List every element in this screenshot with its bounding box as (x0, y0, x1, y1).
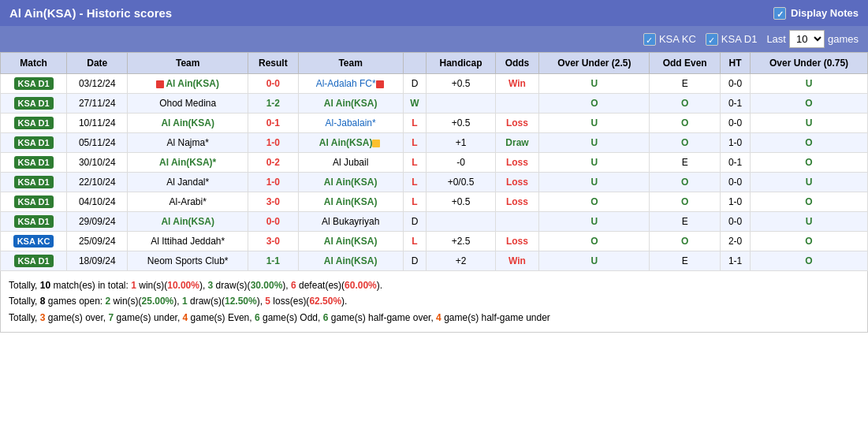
cell-date: 03/12/24 (67, 74, 128, 94)
cell-team1: Al-Arabi* (128, 192, 248, 212)
display-notes-checkmark: ✓ (773, 7, 786, 20)
footnotes: Totally, 10 match(es) in total: 1 win(s)… (0, 271, 868, 333)
games-label: games (828, 33, 859, 45)
cell-team2: Al Ain(KSA) (298, 133, 403, 153)
table-header-row: Match Date Team Result Team Handicap Odd… (1, 53, 868, 74)
cell-handicap: +2.5 (427, 232, 495, 251)
cell-result: 0-0 (248, 74, 298, 94)
col-wdl (403, 53, 427, 74)
yellow-card-icon (372, 140, 380, 147)
last-games-filter: Last 10 5 15 20 25 30 games (766, 30, 859, 48)
ksa-d1-filter[interactable]: ✓ KSA D1 (706, 33, 758, 46)
table-row: KSA D130/10/24Al Ain(KSA)*0-2Al JubailL-… (1, 153, 868, 173)
table-row: KSA D110/11/24Al Ain(KSA)0-1Al-Jabalain*… (1, 114, 868, 133)
cell-team1: Al Ain(KSA) (128, 74, 248, 94)
cell-team1: Al Jandal* (128, 173, 248, 192)
cell-match: KSA D1 (1, 212, 67, 232)
table-row: KSA D122/10/24Al Jandal*1-0Al Ain(KSA)L+… (1, 173, 868, 192)
col-handicap: Handicap (427, 53, 495, 74)
cell-team2: Al Ain(KSA) (298, 232, 403, 251)
cell-ou25: O (539, 232, 650, 251)
cell-ou075: O (751, 192, 868, 212)
cell-ht: 0-0 (721, 212, 751, 232)
ksa-kc-filter[interactable]: ✓ KSA KC (643, 33, 696, 46)
page-title: Al Ain(KSA) - Historic scores (9, 6, 172, 20)
cell-handicap (427, 212, 495, 232)
cell-odds (495, 212, 539, 232)
cell-ou075: O (751, 251, 868, 271)
col-date: Date (67, 53, 128, 74)
cell-handicap: -0 (427, 153, 495, 173)
cell-handicap: +1 (427, 133, 495, 153)
cell-match: KSA D1 (1, 133, 67, 153)
cell-wdl: D (403, 251, 427, 271)
cell-ou075: O (751, 133, 868, 153)
cell-ht: 0-1 (721, 153, 751, 173)
ksa-d1-checkbox[interactable]: ✓ (706, 33, 718, 46)
cell-oe: E (650, 74, 721, 94)
cell-date: 27/11/24 (67, 94, 128, 114)
cell-result: 1-0 (248, 133, 298, 153)
footnote-line: Totally, 10 match(es) in total: 1 win(s)… (9, 277, 859, 293)
cell-date: 04/10/24 (67, 192, 128, 212)
cell-match: KSA KC (1, 232, 67, 251)
col-oe: Odd Even (650, 53, 721, 74)
cell-match: KSA D1 (1, 94, 67, 114)
cell-ou075: U (751, 212, 868, 232)
cell-oe: E (650, 153, 721, 173)
cell-match: KSA D1 (1, 192, 67, 212)
cell-team2: Al Ain(KSA) (298, 251, 403, 271)
cell-date: 10/11/24 (67, 114, 128, 133)
cell-result: 1-1 (248, 251, 298, 271)
cell-wdl: D (403, 212, 427, 232)
cell-wdl: L (403, 114, 427, 133)
cell-date: 22/10/24 (67, 173, 128, 192)
cell-odds: Draw (495, 133, 539, 153)
cell-ht: 2-0 (721, 232, 751, 251)
cell-odds: Loss (495, 173, 539, 192)
last-games-select[interactable]: 10 5 15 20 25 30 (789, 30, 825, 48)
cell-team2: Al Jubail (298, 153, 403, 173)
col-team2: Team (298, 53, 403, 74)
footnote-line: Totally, 8 games open: 2 win(s)(25.00%),… (9, 293, 859, 309)
header: Al Ain(KSA) - Historic scores ✓ Display … (0, 0, 868, 52)
cell-odds: Win (495, 74, 539, 94)
cell-oe: O (650, 133, 721, 153)
cell-ht: 0-0 (721, 173, 751, 192)
cell-handicap: +0.5 (427, 114, 495, 133)
ksa-kc-checkbox[interactable]: ✓ (643, 33, 656, 46)
cell-handicap (427, 94, 495, 114)
cell-match: KSA D1 (1, 153, 67, 173)
cell-ht: 0-0 (721, 114, 751, 133)
cell-ou075: U (751, 114, 868, 133)
cell-date: 30/10/24 (67, 153, 128, 173)
cell-wdl: L (403, 173, 427, 192)
red-card-icon (376, 80, 384, 88)
cell-team1: Ohod Medina (128, 94, 248, 114)
cell-team1: Al Ain(KSA) (128, 212, 248, 232)
cell-team1: Neom Sports Club* (128, 251, 248, 271)
filters-bar: ✓ KSA KC ✓ KSA D1 Last 10 5 15 20 25 30 … (0, 26, 868, 52)
cell-ou25: U (539, 251, 650, 271)
cell-ou25: U (539, 212, 650, 232)
cell-team2: Al-Adalah FC* (298, 74, 403, 94)
cell-result: 1-2 (248, 94, 298, 114)
cell-ou075: O (751, 232, 868, 251)
cell-handicap: +0.5 (427, 192, 495, 212)
cell-team1: Al Ain(KSA) (128, 114, 248, 133)
cell-date: 29/09/24 (67, 212, 128, 232)
cell-handicap: +2 (427, 251, 495, 271)
col-ou25: Over Under (2.5) (539, 53, 650, 74)
cell-ou25: U (539, 133, 650, 153)
cell-team2: Al Ain(KSA) (298, 173, 403, 192)
red-card-icon (156, 80, 164, 88)
cell-oe: E (650, 251, 721, 271)
cell-match: KSA D1 (1, 251, 67, 271)
cell-odds: Loss (495, 153, 539, 173)
col-result: Result (248, 53, 298, 74)
display-notes-label: Display Notes (791, 7, 859, 19)
col-odds: Odds (495, 53, 539, 74)
cell-ht: 0-1 (721, 94, 751, 114)
cell-wdl: L (403, 153, 427, 173)
col-ht: HT (721, 53, 751, 74)
